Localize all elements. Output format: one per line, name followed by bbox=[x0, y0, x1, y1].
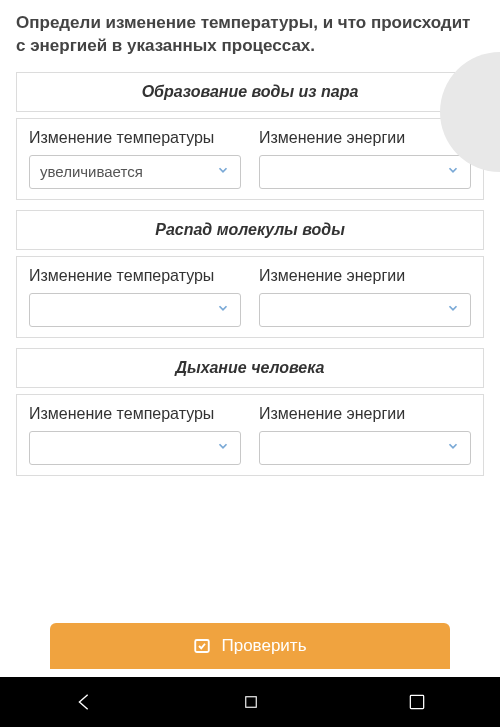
section-row-2: Изменение температуры Изменение энергии bbox=[16, 256, 484, 338]
temp-cell-2: Изменение температуры bbox=[23, 263, 247, 331]
section-header-1: Образование воды из пара bbox=[16, 72, 484, 112]
chevron-down-icon bbox=[216, 301, 230, 318]
recent-apps-icon[interactable] bbox=[407, 692, 427, 712]
main-content: Определи изменение температуры, и что пр… bbox=[0, 0, 500, 476]
temp-label-2: Изменение температуры bbox=[29, 267, 241, 285]
section-row-3: Изменение температуры Изменение энергии bbox=[16, 394, 484, 476]
energy-cell-1: Изменение энергии bbox=[253, 125, 477, 193]
chevron-down-icon bbox=[216, 163, 230, 180]
chevron-down-icon bbox=[446, 163, 460, 180]
check-button-label: Проверить bbox=[221, 636, 306, 656]
energy-cell-3: Изменение энергии bbox=[253, 401, 477, 469]
check-icon bbox=[193, 637, 211, 655]
section-row-1: Изменение температуры увеличивается Изме… bbox=[16, 118, 484, 200]
energy-select-2[interactable] bbox=[259, 293, 471, 327]
svg-rect-1 bbox=[246, 697, 257, 708]
energy-cell-2: Изменение энергии bbox=[253, 263, 477, 331]
section-header-2: Распад молекулы воды bbox=[16, 210, 484, 250]
android-navbar bbox=[0, 677, 500, 727]
chevron-down-icon bbox=[446, 439, 460, 456]
home-icon[interactable] bbox=[242, 693, 260, 711]
temp-select-3[interactable] bbox=[29, 431, 241, 465]
check-button[interactable]: Проверить bbox=[50, 623, 450, 669]
chevron-down-icon bbox=[446, 301, 460, 318]
temp-cell-3: Изменение температуры bbox=[23, 401, 247, 469]
temp-cell-1: Изменение температуры увеличивается bbox=[23, 125, 247, 193]
energy-label-1: Изменение энергии bbox=[259, 129, 471, 147]
chevron-down-icon bbox=[216, 439, 230, 456]
temp-select-2[interactable] bbox=[29, 293, 241, 327]
temp-select-value-1: увеличивается bbox=[40, 163, 143, 180]
svg-rect-2 bbox=[410, 695, 423, 708]
energy-select-1[interactable] bbox=[259, 155, 471, 189]
section-header-3: Дыхание человека bbox=[16, 348, 484, 388]
back-icon[interactable] bbox=[73, 691, 95, 713]
temp-label-1: Изменение температуры bbox=[29, 129, 241, 147]
energy-label-2: Изменение энергии bbox=[259, 267, 471, 285]
energy-select-3[interactable] bbox=[259, 431, 471, 465]
question-text: Определи изменение температуры, и что пр… bbox=[16, 12, 484, 58]
temp-label-3: Изменение температуры bbox=[29, 405, 241, 423]
temp-select-1[interactable]: увеличивается bbox=[29, 155, 241, 189]
energy-label-3: Изменение энергии bbox=[259, 405, 471, 423]
